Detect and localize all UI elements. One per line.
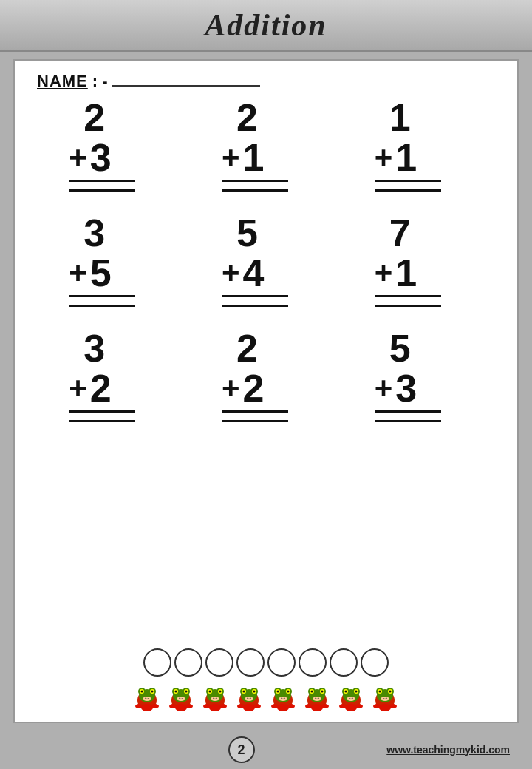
page-header: Addition xyxy=(0,0,532,52)
svg-point-94 xyxy=(373,704,381,708)
svg-point-54 xyxy=(277,691,279,693)
problem-3-1: 3 +2 xyxy=(54,329,172,422)
worksheet: NAME : - 2 +3 2 +1 1 xyxy=(13,59,519,723)
problems-section: 2 +3 2 +1 1 +1 xyxy=(37,98,495,648)
problem-1-1: 2 +3 xyxy=(54,98,172,192)
svg-point-11 xyxy=(151,704,159,708)
svg-point-79 xyxy=(355,691,358,693)
svg-point-80 xyxy=(347,697,355,701)
frogs-row xyxy=(132,680,400,711)
svg-point-19 xyxy=(185,691,188,693)
svg-point-90 xyxy=(379,691,381,693)
frog-icon-4 xyxy=(233,680,265,711)
svg-point-78 xyxy=(345,691,347,693)
svg-point-56 xyxy=(279,697,287,701)
circles-row xyxy=(143,648,389,677)
problem-top: 2 xyxy=(222,98,258,137)
circle-6 xyxy=(299,648,327,677)
frog-icon-3 xyxy=(200,680,231,711)
answer-line xyxy=(222,420,288,422)
svg-point-34 xyxy=(203,704,211,708)
svg-point-83 xyxy=(355,704,363,708)
problem-top: 5 xyxy=(222,214,258,252)
name-label: NAME xyxy=(37,72,88,91)
problem-top: 5 xyxy=(375,329,411,367)
circle-7 xyxy=(330,648,358,677)
problem-top: 3 xyxy=(69,329,105,367)
svg-point-95 xyxy=(389,704,397,708)
svg-point-58 xyxy=(271,704,279,708)
svg-point-47 xyxy=(253,704,261,708)
svg-point-46 xyxy=(237,704,245,708)
problem-line xyxy=(222,180,288,182)
svg-point-22 xyxy=(169,704,177,708)
problem-top: 2 xyxy=(222,329,258,367)
svg-point-18 xyxy=(175,691,177,693)
bottom-decorative-section xyxy=(37,648,495,714)
svg-point-70 xyxy=(305,704,313,708)
problem-line xyxy=(375,180,441,182)
problem-bottom: +1 xyxy=(222,138,264,177)
problem-top: 1 xyxy=(375,98,411,137)
problem-line xyxy=(222,410,288,413)
problem-line xyxy=(222,295,288,297)
problem-bottom: +2 xyxy=(222,369,264,407)
problem-bottom: +3 xyxy=(69,138,111,177)
circle-4 xyxy=(236,648,265,677)
problem-2-2: 5 +4 xyxy=(207,214,325,307)
svg-point-59 xyxy=(287,704,295,708)
problem-bottom: +1 xyxy=(375,138,417,177)
answer-line xyxy=(69,305,135,307)
problem-2-3: 7 +1 xyxy=(360,214,478,307)
answer-line xyxy=(69,420,135,422)
problem-1-2: 2 +1 xyxy=(207,98,325,192)
problem-top: 2 xyxy=(69,98,105,137)
svg-point-92 xyxy=(381,697,389,701)
svg-point-44 xyxy=(245,697,253,701)
svg-point-8 xyxy=(143,697,151,701)
problem-bottom: +2 xyxy=(69,369,111,407)
name-row: NAME : - xyxy=(37,72,495,91)
problem-3-2: 2 +2 xyxy=(207,329,325,422)
answer-line xyxy=(69,189,135,192)
svg-point-35 xyxy=(219,704,227,708)
frog-icon-5 xyxy=(267,680,299,711)
website-link: www.teachingmykid.com xyxy=(386,744,510,756)
circle-5 xyxy=(267,648,296,677)
svg-point-43 xyxy=(253,691,256,693)
svg-point-6 xyxy=(141,691,143,693)
problem-line xyxy=(69,410,135,413)
circle-3 xyxy=(205,648,233,677)
svg-point-42 xyxy=(243,691,245,693)
name-colon: : - xyxy=(92,72,108,91)
footer-center: 2 xyxy=(96,736,386,763)
problem-bottom: +1 xyxy=(375,254,417,292)
svg-point-23 xyxy=(185,704,193,708)
problem-bottom: +3 xyxy=(375,369,417,407)
page-number: 2 xyxy=(228,736,255,763)
answer-line xyxy=(222,189,288,192)
svg-point-55 xyxy=(287,691,290,693)
svg-point-91 xyxy=(389,691,392,693)
svg-point-10 xyxy=(135,704,143,708)
answer-line xyxy=(375,189,441,192)
svg-point-66 xyxy=(311,691,313,693)
svg-point-30 xyxy=(209,691,211,693)
svg-point-31 xyxy=(219,691,222,693)
problem-top: 7 xyxy=(375,214,411,252)
problem-row-3: 3 +2 2 +2 5 +3 xyxy=(37,329,495,422)
circle-1 xyxy=(143,648,171,677)
problem-3-3: 5 +3 xyxy=(360,329,478,422)
frog-icon-7 xyxy=(335,680,366,711)
problem-bottom: +4 xyxy=(222,254,264,292)
problem-1-3: 1 +1 xyxy=(360,98,478,192)
svg-point-71 xyxy=(321,704,329,708)
problem-line xyxy=(69,295,135,297)
answer-line xyxy=(375,305,441,307)
svg-point-67 xyxy=(321,691,324,693)
problem-bottom: +5 xyxy=(69,254,111,292)
svg-point-68 xyxy=(313,697,321,701)
frog-icon-2 xyxy=(166,680,197,711)
svg-point-7 xyxy=(151,691,154,693)
svg-point-32 xyxy=(211,697,219,701)
